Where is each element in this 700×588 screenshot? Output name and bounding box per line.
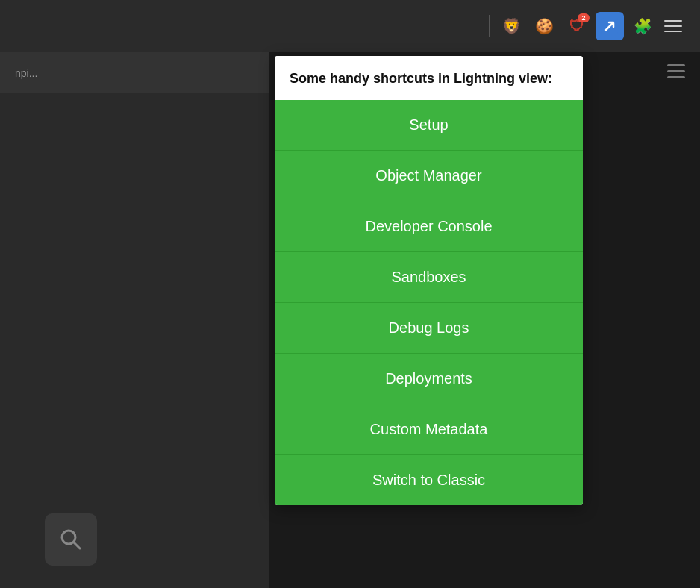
cookie-extension-icon[interactable]: 🍪: [530, 12, 558, 40]
popup-btn-deployments[interactable]: Deployments: [275, 354, 583, 404]
shortcuts-popup: Some handy shortcuts in Lightning view: …: [275, 56, 583, 505]
popup-btn-sandboxes[interactable]: Sandboxes: [275, 252, 583, 303]
left-panel-header: npi...: [0, 52, 269, 93]
browser-menu-icon[interactable]: [661, 14, 685, 38]
popup-btn-debug-logs[interactable]: Debug Logs: [275, 303, 583, 354]
popup-btn-developer-console[interactable]: Developer Console: [275, 201, 583, 252]
shortcut-extension-icon[interactable]: [596, 12, 624, 40]
svg-line-2: [74, 542, 81, 549]
popup-btn-custom-metadata[interactable]: Custom Metadata: [275, 404, 583, 455]
search-icon: [57, 526, 84, 553]
popup-btn-setup[interactable]: Setup: [275, 100, 583, 151]
popup-btn-object-manager[interactable]: Object Manager: [275, 151, 583, 201]
popup-buttons-container: SetupObject ManagerDeveloper ConsoleSand…: [275, 100, 583, 505]
page-hamburger-icon[interactable]: [667, 64, 685, 78]
left-panel-text: npi...: [15, 67, 37, 79]
browser-topbar: 🦁 🍪 🛡 2 🧩: [0, 0, 700, 52]
toolbar-separator: [489, 15, 490, 37]
popup-btn-switch-to-classic[interactable]: Switch to Classic: [275, 455, 583, 505]
ublock-extension-icon[interactable]: 🛡 2: [563, 12, 591, 40]
extensions-icon[interactable]: 🧩: [628, 12, 657, 40]
search-button[interactable]: [45, 513, 97, 566]
popup-header: Some handy shortcuts in Lightning view:: [275, 56, 583, 100]
brave-extension-icon[interactable]: 🦁: [497, 12, 525, 40]
ublock-badge: 2: [578, 13, 590, 22]
left-panel: npi...: [0, 52, 269, 588]
popup-title: Some handy shortcuts in Lightning view:: [290, 69, 568, 88]
